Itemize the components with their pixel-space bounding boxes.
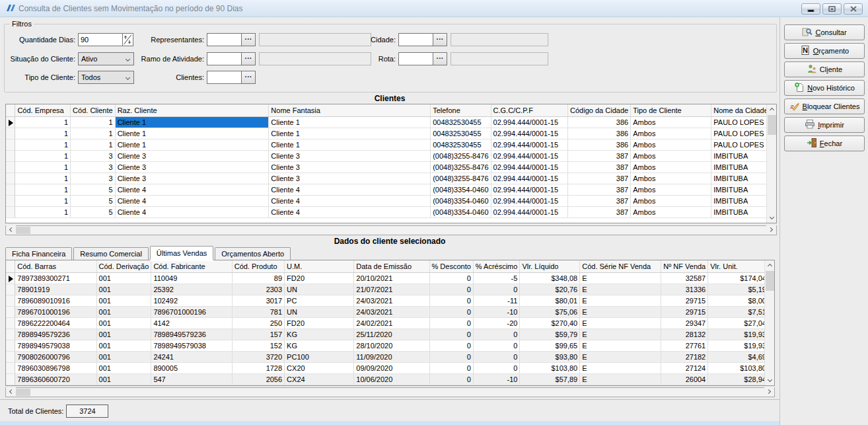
search-doc-icon xyxy=(802,26,813,38)
rota-input[interactable] xyxy=(398,52,433,65)
table-row[interactable]: 13Cliente 3Cliente 3(0048)3255-847602.99… xyxy=(6,150,776,161)
quantidade-dias-label: Quantidade Dias: xyxy=(7,36,78,44)
ramo-atividade-lookup: ··· xyxy=(207,52,256,65)
block-pencil-icon xyxy=(789,100,800,112)
fechar-button[interactable]: Fechar xyxy=(784,135,865,151)
table-row[interactable]: 11Cliente 1Cliente 100483253045502.994.4… xyxy=(6,116,776,128)
cliente-button[interactable]: Cliente xyxy=(784,61,865,77)
app-icon xyxy=(5,3,16,14)
table-row[interactable]: 13Cliente 3Cliente 3(0048)3255-847602.99… xyxy=(6,161,776,173)
spin-updown-icon[interactable] xyxy=(123,33,133,46)
tipo-cliente-label: Tipo de Cliente: xyxy=(7,73,78,81)
table-row[interactable]: 15Cliente 4Cliente 4(0048)3354-046002.99… xyxy=(6,184,776,195)
selected-row-marker xyxy=(9,276,13,282)
tipo-cliente-select[interactable]: Todos xyxy=(78,71,134,84)
clientes-lookup: ··· xyxy=(207,71,256,84)
ellipsis-lookup-button[interactable]: ··· xyxy=(433,33,447,46)
scroll-left-icon[interactable] xyxy=(6,225,16,234)
column-header: Cód. Derivação xyxy=(96,260,151,272)
clientes-input[interactable] xyxy=(207,71,241,84)
cidade-input[interactable] xyxy=(398,33,433,46)
column-header: % Desconto xyxy=(429,260,473,272)
scroll-down-icon[interactable] xyxy=(765,375,775,385)
exit-door-icon xyxy=(807,137,817,149)
table-row[interactable]: 78963606007200015472056CX2410/06/20200-1… xyxy=(6,373,774,385)
tab-ultimas-vendas[interactable]: Últimas Vendas xyxy=(150,246,213,260)
table-row[interactable]: 11Cliente 1Cliente 100483253045502.994.4… xyxy=(6,139,776,150)
tab-ficha-financeira[interactable]: Ficha Financeira xyxy=(5,247,72,260)
column-header: Telefone xyxy=(431,104,491,116)
chevron-down-icon xyxy=(126,75,130,80)
close-button[interactable] xyxy=(844,3,863,15)
table-row[interactable]: 789738930027100111004989FD2020/10/20210-… xyxy=(6,272,774,284)
column-header: Cód. Cliente xyxy=(71,104,116,116)
representantes-input[interactable] xyxy=(207,33,241,46)
table-row[interactable]: 78962222004640014142250FD2024/02/20210-2… xyxy=(6,317,774,328)
scroll-thumb[interactable] xyxy=(16,389,30,396)
column-header: Nº NF Venda xyxy=(661,260,708,272)
table-row[interactable]: 78901919001253922303UN21/07/202100$20,76… xyxy=(6,284,774,295)
total-clientes-value: 3724 xyxy=(66,405,108,418)
rota-display xyxy=(451,52,548,65)
column-header: Vlr. Unit. xyxy=(708,260,769,272)
column-header: Cód. Produto xyxy=(232,260,284,272)
cidade-label: Cidade: xyxy=(355,36,398,44)
quantidade-dias-spinner xyxy=(78,33,133,46)
clientes-vertical-scrollbar[interactable] xyxy=(766,104,776,223)
table-row[interactable]: 13Cliente 3Cliente 3(0048)3255-847602.99… xyxy=(6,173,776,184)
scroll-down-icon[interactable] xyxy=(767,213,777,223)
quantidade-dias-input[interactable] xyxy=(78,33,123,46)
column-header: C.G.C/C.P.F xyxy=(491,104,568,116)
table-row[interactable]: 78960308967980018900051728CX2009/09/2020… xyxy=(6,362,774,373)
ellipsis-lookup-button[interactable]: ··· xyxy=(241,33,256,46)
clientes-grid: Cód. EmpresaCód. ClienteRaz. ClienteNome… xyxy=(5,104,777,223)
table-row[interactable]: 78960890109160011024923017PC24/03/20210-… xyxy=(6,295,774,306)
table-row[interactable]: 78989495792360017898949579236157KG25/11/… xyxy=(6,328,774,340)
chevron-down-icon xyxy=(126,57,130,61)
column-header: % Acréscimo xyxy=(473,260,520,272)
cidade-lookup: ··· xyxy=(398,33,447,46)
column-header: Vlr. Líquido xyxy=(520,260,580,272)
orcamento-button[interactable]: N Orçamento xyxy=(784,43,865,59)
column-header: Cód. Fabricante xyxy=(151,260,232,272)
grid-header-row: Cód. EmpresaCód. ClienteRaz. ClienteNome… xyxy=(6,104,776,116)
vendas-vertical-scrollbar[interactable] xyxy=(764,260,774,385)
ellipsis-lookup-button[interactable]: ··· xyxy=(433,52,447,65)
scroll-left-icon[interactable] xyxy=(6,387,16,396)
situacao-cliente-select[interactable]: Ativo xyxy=(78,52,134,65)
restore-button[interactable] xyxy=(822,3,842,15)
sidebar: Consultar N Orçamento Cliente Novo Histó… xyxy=(779,17,868,425)
table-row[interactable]: 78989495790380017898949579038152KG28/10/… xyxy=(6,340,774,351)
table-row[interactable]: 78967010001960017896701000196781UN24/03/… xyxy=(6,306,774,317)
clientes-horizontal-scrollbar[interactable] xyxy=(5,225,777,235)
ramo-atividade-input[interactable] xyxy=(207,52,241,65)
tab-orcamentos-aberto[interactable]: Orçamentos Aberto xyxy=(215,247,291,260)
minimize-button[interactable] xyxy=(801,3,820,15)
scroll-right-icon[interactable] xyxy=(764,387,774,396)
scroll-right-icon[interactable] xyxy=(766,225,776,234)
scroll-thumb[interactable] xyxy=(766,271,774,291)
novo-historico-button[interactable]: Novo Histórico xyxy=(784,80,865,96)
scroll-thumb[interactable] xyxy=(768,115,776,135)
table-row[interactable]: 11Cliente 1Cliente 100483253045502.994.4… xyxy=(6,128,776,139)
bloquear-clientes-button[interactable]: Bloquear Clientes xyxy=(784,98,865,114)
table-row[interactable]: 15Cliente 4Cliente 4(0048)3354-046002.99… xyxy=(6,206,776,217)
ellipsis-lookup-button[interactable]: ··· xyxy=(241,71,256,84)
imprimir-button[interactable]: Imprimir xyxy=(784,117,865,133)
scroll-up-icon[interactable] xyxy=(765,260,775,270)
vendas-horizontal-scrollbar[interactable] xyxy=(5,387,775,397)
table-row[interactable]: 7908026000796001242413720PC10011/09/2020… xyxy=(6,351,774,362)
scroll-thumb[interactable] xyxy=(16,227,30,234)
dados-tabbar: Ficha Financeira Resumo Comercial Última… xyxy=(5,246,292,260)
svg-text:N: N xyxy=(803,46,808,54)
clientes-section-title: Clientes xyxy=(0,94,779,103)
consultar-button[interactable]: Consultar xyxy=(784,24,865,40)
ramo-atividade-label: Ramo de Atividade: xyxy=(137,55,207,63)
situacao-cliente-value: Ativo xyxy=(81,55,97,63)
table-row[interactable]: 15Cliente 4Cliente 4(0048)3354-046002.99… xyxy=(6,195,776,206)
status-bar: Total de Clientes: 3724 xyxy=(0,399,779,422)
tab-resumo-comercial[interactable]: Resumo Comercial xyxy=(73,247,149,260)
ellipsis-lookup-button[interactable]: ··· xyxy=(241,52,256,65)
column-header: Código da Cidade xyxy=(568,104,631,116)
scroll-up-icon[interactable] xyxy=(767,104,777,114)
